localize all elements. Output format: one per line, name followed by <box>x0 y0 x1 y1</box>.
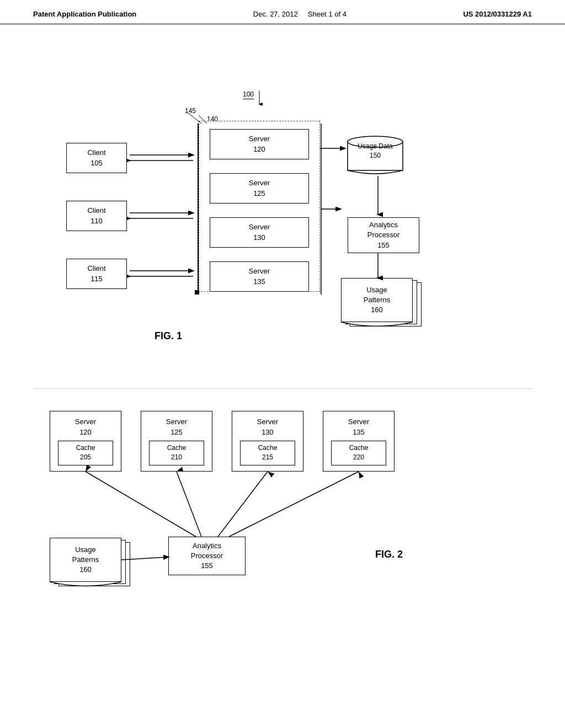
header-center: Dec. 27, 2012 Sheet 1 of 4 <box>253 10 347 18</box>
fig2-diagram: Server 120 Cache 205 Server 125 Cache 21… <box>33 394 532 626</box>
header-date: Dec. 27, 2012 <box>253 10 298 18</box>
arrow-c115-servers <box>127 259 201 289</box>
arrow-usagedata-analytics <box>372 176 383 220</box>
client-105: Client 105 <box>66 143 127 173</box>
section-divider <box>33 388 532 389</box>
fig2-arrows <box>33 394 419 604</box>
bracket-right <box>318 124 343 295</box>
ref-100-arrow <box>243 90 276 110</box>
fig2-label: FIG. 2 <box>375 549 403 560</box>
header-right: US 2012/0331229 A1 <box>463 10 532 18</box>
svg-line-18 <box>121 557 168 560</box>
server-135: Server 135 <box>210 261 309 292</box>
server-120: Server 120 <box>210 129 309 159</box>
fig1-label: FIG. 1 <box>154 330 182 342</box>
svg-line-16 <box>218 472 268 537</box>
client-110: Client 110 <box>66 201 127 231</box>
server-130: Server 130 <box>210 217 309 248</box>
svg-line-14 <box>86 472 196 537</box>
server-125: Server 125 <box>210 173 309 204</box>
arrow-analytics-patterns <box>372 253 383 283</box>
usage-patterns-160: Usage Patterns 160 <box>341 278 424 333</box>
svg-line-11 <box>188 113 201 124</box>
svg-line-17 <box>229 472 359 537</box>
fig1-diagram: 145 140 100 Client 105 Client 110 Client… <box>33 35 532 377</box>
page-header: Patent Application Publication Dec. 27, … <box>0 0 565 24</box>
header-left: Patent Application Publication <box>33 10 136 18</box>
arrow-c105-servers <box>127 143 201 173</box>
header-sheet: Sheet 1 of 4 <box>308 10 347 18</box>
analytics-processor-155: Analytics Processor 155 <box>348 217 419 253</box>
arrow-c110-servers <box>127 201 201 231</box>
svg-line-15 <box>177 472 201 537</box>
bracket-dot <box>195 290 199 295</box>
client-115: Client 115 <box>66 259 127 289</box>
ref-arrows-145-140 <box>171 107 215 135</box>
usage-data-150: Usage Data 150 <box>342 132 408 176</box>
content-area: 145 140 100 Client 105 Client 110 Client… <box>0 24 565 637</box>
